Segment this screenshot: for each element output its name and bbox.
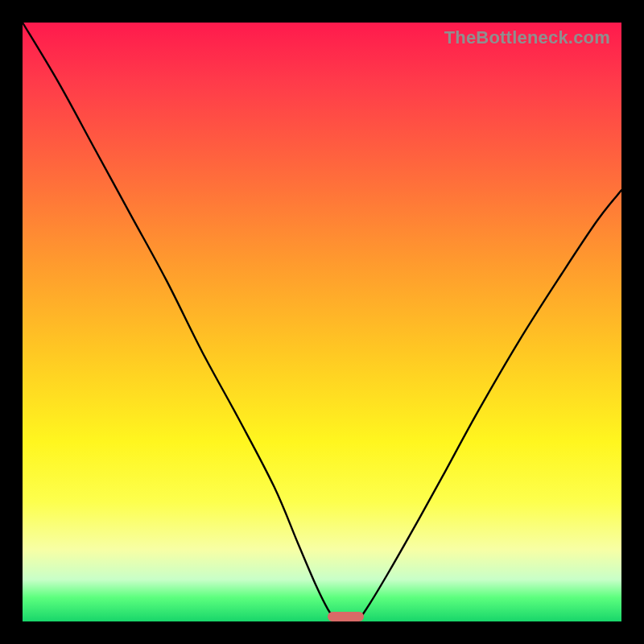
curve-left-branch (23, 23, 337, 621)
bottleneck-curve (23, 23, 621, 621)
curve-right-branch (358, 190, 621, 621)
chart-frame: TheBottleneck.com (0, 0, 644, 644)
optimal-marker (328, 612, 364, 621)
plot-area: TheBottleneck.com (23, 23, 621, 621)
